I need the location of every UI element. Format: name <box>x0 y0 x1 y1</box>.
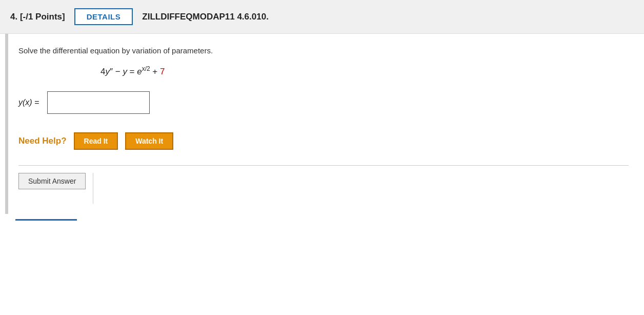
submit-right-area <box>93 173 629 204</box>
watch-it-button[interactable]: Watch It <box>125 132 173 150</box>
equation-block: 4y″ − y = ex/2 + 7 <box>18 65 629 77</box>
submit-answer-button[interactable]: Submit Answer <box>18 173 86 189</box>
main-content: Solve the differential equation by varia… <box>8 34 644 214</box>
content-area: Solve the differential equation by varia… <box>0 34 644 214</box>
read-it-button[interactable]: Read It <box>74 132 118 150</box>
details-button[interactable]: DETAILS <box>74 8 133 25</box>
answer-input[interactable] <box>47 91 150 114</box>
points-label: 4. [-/1 Points] <box>10 12 65 22</box>
submit-row: Submit Answer <box>18 165 629 204</box>
need-help-row: Need Help? Read It Watch It <box>18 132 629 150</box>
equation-text: 4y″ − y = ex/2 <box>100 67 150 76</box>
answer-label: y(x) = <box>18 98 39 107</box>
question-code: ZILLDIFFEQMODAP11 4.6.010. <box>142 12 269 22</box>
problem-instruction: Solve the differential equation by varia… <box>18 46 629 55</box>
constant: 7 <box>160 67 165 76</box>
answer-row: y(x) = <box>18 91 629 114</box>
plus-sign: + <box>152 67 160 76</box>
header-row: 4. [-/1 Points] DETAILS ZILLDIFFEQMODAP1… <box>0 0 644 34</box>
page-wrapper: 4. [-/1 Points] DETAILS ZILLDIFFEQMODAP1… <box>0 0 644 315</box>
need-help-label: Need Help? <box>18 136 67 146</box>
bottom-bar <box>15 219 77 221</box>
